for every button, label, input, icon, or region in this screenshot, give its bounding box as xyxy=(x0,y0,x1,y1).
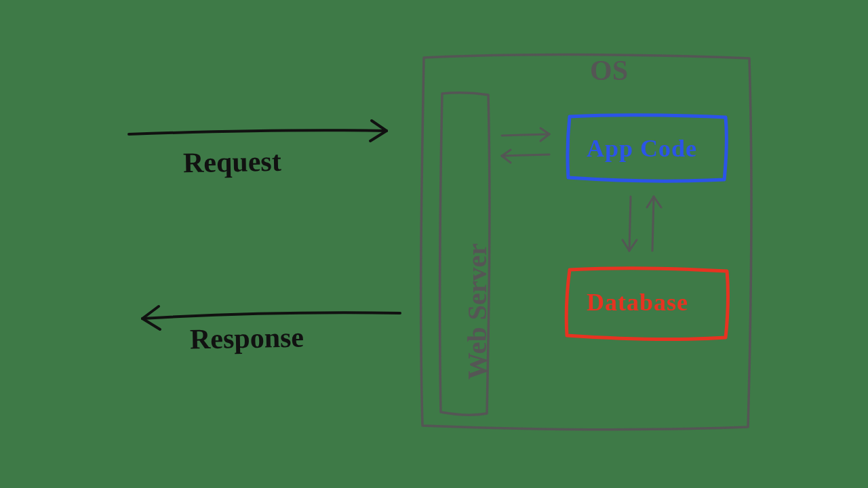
architecture-diagram: Request Response OS Web Server App Code … xyxy=(0,0,868,488)
os-label: OS xyxy=(590,54,628,87)
request-arrow xyxy=(129,121,387,141)
web-server-label: Web Server xyxy=(461,243,493,380)
diagram-canvas xyxy=(0,0,868,488)
server-appcode-arrows xyxy=(502,128,549,163)
request-label: Request xyxy=(183,145,281,180)
app-code-label: App Code xyxy=(587,134,697,163)
response-label: Response xyxy=(190,321,304,356)
appcode-database-arrows xyxy=(623,197,661,251)
database-label: Database xyxy=(587,288,688,317)
